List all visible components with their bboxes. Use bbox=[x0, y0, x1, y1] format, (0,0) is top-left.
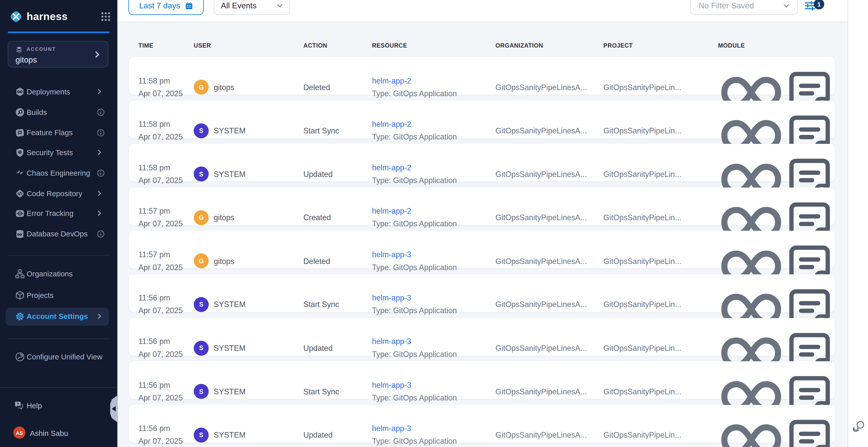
user-name: SYSTEM bbox=[214, 344, 246, 352]
resource-link[interactable]: helm-app-3 bbox=[372, 336, 495, 348]
sidebar-item-security-tests[interactable]: Security Tests bbox=[0, 143, 117, 163]
event-type-select[interactable]: All Events bbox=[214, 0, 290, 15]
event-date: Apr 07, 2025 bbox=[138, 348, 194, 361]
action-cell: Start Sync bbox=[304, 300, 372, 309]
organization-cell: GitOpsSanityPipeLinesA... bbox=[495, 257, 603, 265]
sidebar-item-builds[interactable]: Builds bbox=[0, 102, 117, 123]
sidebar-item-deployments[interactable]: Deployments bbox=[0, 82, 117, 102]
user-name: SYSTEM bbox=[214, 387, 246, 396]
resource-link[interactable]: helm-app-3 bbox=[372, 422, 495, 435]
resource-link[interactable]: helm-app-3 bbox=[372, 379, 495, 391]
user-cell: S SYSTEM bbox=[194, 384, 304, 399]
time-cell: 11:56 pm Apr 07, 2025 bbox=[138, 336, 194, 361]
resource-link[interactable]: helm-app-2 bbox=[372, 118, 495, 131]
resource-link[interactable]: helm-app-3 bbox=[372, 248, 495, 261]
time-cell: 11:57 pm Apr 07, 2025 bbox=[138, 248, 194, 274]
resource-cell: helm-app-2 Type: GitOps Application bbox=[372, 118, 495, 143]
project-cell: GitOpsSanityPipeLin... bbox=[603, 430, 718, 439]
sidebar-item-organizations[interactable]: Organizations bbox=[0, 263, 117, 285]
svg-text:?: ? bbox=[17, 402, 19, 406]
info-icon[interactable] bbox=[97, 108, 104, 116]
organization-cell: GitOpsSanityPipeLinesA... bbox=[495, 126, 603, 135]
resource-cell: helm-app-3 Type: GitOps Application bbox=[372, 422, 495, 447]
chevron-right-icon bbox=[96, 211, 102, 217]
harness-logo-icon[interactable] bbox=[9, 9, 23, 24]
info-icon[interactable] bbox=[97, 169, 104, 177]
resource-type: Type: GitOps Application bbox=[372, 435, 495, 447]
summary-cell bbox=[784, 405, 835, 447]
chevron-right-icon bbox=[96, 150, 102, 156]
code-repository-icon bbox=[15, 189, 25, 198]
event-type-value: All Events bbox=[221, 1, 256, 10]
event-time: 11:57 pm bbox=[138, 205, 194, 217]
organization-cell: GitOpsSanityPipeLinesA... bbox=[495, 169, 603, 179]
column-header-module: MODULE bbox=[718, 42, 784, 49]
event-time: 11:57 pm bbox=[138, 248, 194, 261]
audit-table-row: 11:56 pm Apr 07, 2025 S SYSTEM Start Syn… bbox=[129, 361, 835, 399]
feature-flags-icon bbox=[15, 128, 25, 137]
event-date: Apr 07, 2025 bbox=[138, 435, 194, 447]
event-date: Apr 07, 2025 bbox=[138, 131, 194, 143]
user-cell: S SYSTEM bbox=[194, 297, 304, 312]
user-profile-name[interactable]: Ashin Sabu bbox=[30, 429, 68, 438]
date-range-button[interactable]: Last 7 days bbox=[128, 0, 204, 15]
sidebar-footer: ? Help AS Ashin Sabu bbox=[0, 387, 117, 447]
event-time: 11:56 pm bbox=[138, 292, 194, 305]
calendar-icon bbox=[185, 1, 193, 10]
sidebar-tertiary-nav: Configure Unified View bbox=[0, 346, 117, 367]
resource-type: Type: GitOps Application bbox=[372, 131, 495, 143]
right-rail bbox=[847, 0, 868, 447]
sidebar-item-error-tracking[interactable]: Error Tracking bbox=[0, 204, 117, 224]
audit-filter-bar: Last 7 days All Events No Filter Saved 1 bbox=[117, 0, 847, 22]
sidebar-item-projects[interactable]: Projects bbox=[0, 285, 117, 306]
resource-cell: helm-app-2 Type: GitOps Application bbox=[372, 74, 495, 100]
audit-table-row: 11:57 pm Apr 07, 2025 G gitops Created h… bbox=[129, 187, 835, 225]
resource-cell: helm-app-3 Type: GitOps Application bbox=[372, 336, 495, 361]
event-date: Apr 07, 2025 bbox=[138, 174, 194, 187]
sidebar-item-feature-flags[interactable]: Feature Flags bbox=[0, 123, 117, 143]
chevron-right-icon bbox=[96, 313, 102, 319]
saved-filter-select[interactable]: No Filter Saved bbox=[690, 0, 798, 15]
user-avatar[interactable]: AS bbox=[13, 426, 25, 439]
user-initial-avatar: S bbox=[194, 166, 209, 182]
time-cell: 11:56 pm Apr 07, 2025 bbox=[138, 379, 194, 404]
user-initial-avatar: S bbox=[194, 297, 209, 312]
account-scope-selector[interactable]: ACCOUNT gitops bbox=[8, 41, 108, 68]
help-link[interactable]: Help bbox=[27, 402, 42, 410]
organization-cell: GitOpsSanityPipeLinesA... bbox=[495, 83, 603, 92]
support-chat-icon[interactable] bbox=[852, 419, 865, 433]
sidebar-item-configure-unified-view[interactable]: Configure Unified View bbox=[0, 346, 117, 367]
sidebar-item-account-settings[interactable]: Account Settings bbox=[0, 306, 117, 327]
cd-module-infinity-icon bbox=[718, 418, 784, 447]
date-range-label: Last 7 days bbox=[139, 1, 180, 10]
project-cell: GitOpsSanityPipeLin... bbox=[603, 257, 718, 265]
layers-icon bbox=[16, 46, 23, 53]
info-icon[interactable] bbox=[97, 230, 104, 238]
help-chat-icon[interactable]: ? bbox=[14, 401, 23, 410]
chevron-right-icon bbox=[93, 51, 100, 58]
account-scope-label: ACCOUNT bbox=[27, 46, 56, 52]
event-time: 11:58 pm bbox=[138, 161, 194, 174]
event-date: Apr 07, 2025 bbox=[138, 218, 194, 230]
column-header-user: USER bbox=[194, 42, 304, 49]
resource-link[interactable]: helm-app-2 bbox=[372, 74, 495, 87]
resource-type: Type: GitOps Application bbox=[372, 391, 495, 404]
info-icon[interactable] bbox=[97, 129, 104, 137]
resource-link[interactable]: helm-app-3 bbox=[372, 292, 495, 305]
security-tests-icon bbox=[15, 148, 25, 158]
event-date: Apr 07, 2025 bbox=[138, 305, 194, 317]
event-summary-note-icon[interactable] bbox=[784, 415, 835, 447]
sidebar-item-database-devops[interactable]: Database DevOps bbox=[0, 224, 117, 244]
user-initial-avatar: S bbox=[194, 427, 209, 442]
resource-link[interactable]: helm-app-2 bbox=[372, 161, 495, 174]
audit-table-row: 11:58 pm Apr 07, 2025 S SYSTEM Start Syn… bbox=[129, 100, 835, 138]
database-devops-icon bbox=[15, 229, 25, 239]
module-launcher-grid-icon[interactable] bbox=[101, 12, 111, 22]
active-tab-underline bbox=[8, 32, 110, 33]
resource-cell: helm-app-3 Type: GitOps Application bbox=[372, 292, 495, 317]
resource-link[interactable]: helm-app-2 bbox=[372, 205, 495, 217]
sidebar-item-code-repository[interactable]: Code Repository bbox=[0, 183, 117, 203]
user-initial-avatar: S bbox=[194, 384, 209, 399]
action-cell: Updated bbox=[304, 430, 372, 439]
sidebar-item-chaos-engineering[interactable]: Chaos Engineering bbox=[0, 163, 117, 183]
